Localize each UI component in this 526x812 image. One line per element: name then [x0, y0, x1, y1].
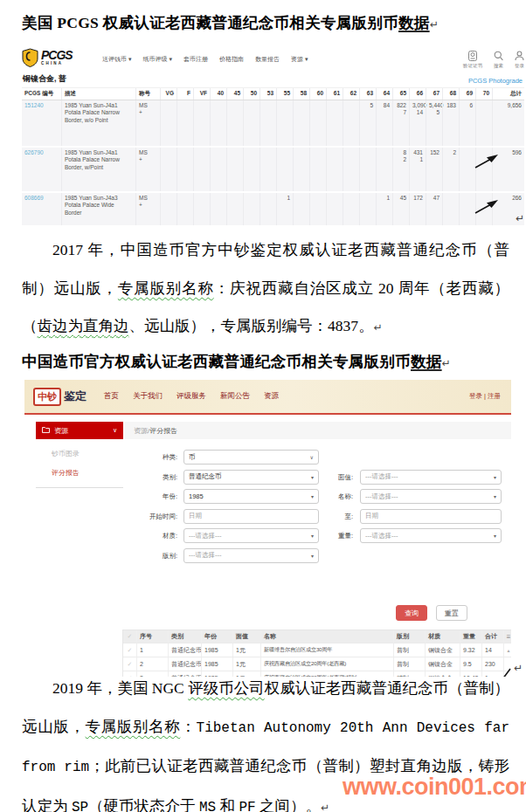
cell: 14 — [482, 643, 504, 657]
login-button[interactable]: 登录 — [515, 51, 524, 69]
grade-count-cell: 8227 — [392, 100, 409, 146]
pcgs-nav-item[interactable]: 纸币评级 ▾ — [142, 55, 171, 64]
column-header: 序号 — [137, 630, 169, 643]
pcgs-nav-item[interactable]: 套币注册 — [183, 55, 208, 64]
query-button[interactable]: 查询 — [396, 605, 427, 621]
category-title: 铜镍合金, 普 — [23, 73, 66, 85]
sidebar-resources-button[interactable]: 资源 ∨ — [36, 422, 123, 439]
grade-count-cell — [475, 100, 492, 146]
select-field[interactable]: ---请选择---▾ — [360, 470, 502, 485]
form-row: 种类:币∨ — [125, 450, 511, 470]
cell: 230 — [482, 657, 504, 671]
pcgs-nav-item[interactable]: 资源 ▾ — [291, 55, 308, 64]
login-register-link[interactable]: 登录 | 注册 — [469, 392, 501, 401]
grade-count-cell: 47 — [426, 193, 442, 225]
select-field[interactable]: 普通纪念币▾ — [183, 470, 319, 485]
grade-count-cell — [226, 148, 243, 191]
cert-number-link[interactable]: 626790 — [22, 148, 61, 191]
select-field[interactable]: 币∨ — [183, 450, 319, 464]
grade-count-cell — [326, 148, 343, 191]
column-header: 面值 — [233, 630, 261, 643]
cert-number-link[interactable]: 151240 — [22, 100, 61, 146]
column-header: 40 — [210, 88, 226, 100]
pcgs-logo[interactable]: PCGS CHINA — [22, 48, 102, 71]
grammar-flagged-text: 齿边为直角边 — [38, 317, 129, 334]
grade-count-cell: 1 — [376, 193, 392, 225]
select-field[interactable]: ---请选择---▾ — [183, 548, 319, 563]
form-row: 类别:普通纪念币▾面值:---请选择---▾ — [125, 470, 511, 490]
pcgs-table-row: 6267901985 Yuan Sun-J4a1 Potala Palace N… — [22, 148, 524, 193]
scroll-indicator — [504, 657, 511, 671]
row-total-cell: 596 — [492, 148, 524, 191]
date-input[interactable]: 日期 — [183, 509, 319, 524]
grade-count-cell — [193, 148, 210, 191]
grade-count-cell — [309, 148, 326, 191]
designation-cell: MS+ — [135, 100, 160, 146]
form-row: 年份:1985▾名称:---请选择---▾ — [125, 489, 511, 509]
cell: 1 — [137, 643, 169, 657]
grade-count-cell — [359, 148, 376, 191]
reset-button[interactable]: 重置 — [436, 605, 467, 621]
chevron-down-icon: ▾ — [494, 493, 496, 499]
grade-count-cell — [459, 148, 475, 191]
column-header: 69 — [459, 88, 475, 100]
select-field[interactable]: 1985▾ — [183, 489, 319, 504]
row-checkbox[interactable]: ✓ — [123, 657, 137, 671]
cell: 新疆维吾尔自治区成立30周年 — [261, 643, 394, 657]
cell: 9.5 — [460, 657, 482, 671]
date-input[interactable]: 日期 — [360, 509, 502, 524]
zc-nav-item[interactable]: 资源 — [264, 391, 279, 402]
column-header: 66 — [409, 88, 426, 100]
text-run: ： — [180, 718, 196, 735]
grade-count-cell — [260, 148, 276, 191]
chevron-down-icon: ▾ — [494, 533, 496, 539]
zc-nav-item[interactable]: 新闻公告 — [220, 391, 250, 402]
row-checkbox[interactable]: ✓ — [123, 643, 137, 657]
column-header: 重量 — [460, 630, 482, 643]
grade-count-cell — [309, 100, 326, 146]
pcgs-shield-icon — [22, 48, 38, 71]
text-run: 2019 年，美国 NGC — [52, 679, 188, 697]
grammar-flagged-text: 评级币公司 — [188, 679, 265, 697]
column-header: 材质 — [426, 630, 460, 643]
grade-count-cell — [176, 148, 193, 191]
zhongchao-logo[interactable]: 中钞 鉴定 — [33, 388, 87, 406]
select-all-checkbox[interactable]: ✓ — [123, 630, 137, 643]
form-label: 面值: — [311, 473, 353, 482]
sidebar-item[interactable]: 评分报告 — [52, 468, 123, 478]
zc-nav-item[interactable]: 关于我们 — [133, 391, 163, 402]
breadcrumb-item[interactable]: 资源 — [134, 426, 148, 436]
select-field[interactable]: ---请选择---▾ — [360, 528, 502, 543]
tool-label: 验证证书 — [463, 63, 482, 69]
select-field[interactable]: ---请选择---▾ — [360, 489, 502, 504]
grade-count-cell — [226, 193, 243, 225]
pcgs-nav-item[interactable]: 数量报告 — [255, 55, 280, 64]
text-run: 中国造币官方权威认证老西藏普通纪念币相关专属版别币 — [22, 353, 411, 370]
zc-nav-item[interactable]: 首页 — [104, 391, 119, 402]
pcgs-nav-item[interactable]: 送评钱币 ▾ — [102, 55, 131, 64]
column-header: 61 — [326, 88, 343, 100]
grade-count-cell: 2 — [442, 148, 459, 191]
grade-count-cell: 3,09014 — [409, 100, 426, 146]
cert-number-link[interactable]: 608669 — [22, 193, 61, 225]
grade-count-cell — [293, 148, 309, 191]
column-menu-icon[interactable]: ≡ — [504, 630, 511, 643]
chevron-down-icon: ∨ — [310, 454, 314, 460]
form-row: 材质:---请选择---▾重量:---请选择---▾ — [125, 528, 511, 548]
pcgs-nav-item[interactable]: 价格指南 — [219, 55, 244, 64]
search-button[interactable]: 搜索 — [494, 51, 503, 69]
grade-count-cell — [210, 100, 226, 146]
grade-count-cell — [326, 100, 343, 146]
column-header: PCGS 编号 — [22, 88, 61, 100]
select-field[interactable]: ---请选择---▾ — [183, 528, 319, 543]
tool-label: 登录 — [515, 63, 524, 69]
chevron-down-icon: ▾ — [311, 553, 314, 559]
zc-nav-item[interactable]: 评级服务 — [176, 391, 206, 402]
zhongchao-logo-box: 中钞 — [33, 388, 61, 406]
chevron-down-icon: ∨ — [113, 427, 117, 434]
column-header: F — [176, 88, 193, 100]
sidebar-item[interactable]: 钞币图录 — [52, 449, 123, 458]
photograde-link[interactable]: PCGS Photograde — [468, 77, 523, 85]
pcgs-header: PCGS CHINA 送评钱币 ▾纸币评级 ▾套币注册价格指南数量报告资源 ▾ … — [22, 48, 524, 71]
verify-certificate-button[interactable]: 验证证书 — [463, 51, 482, 69]
